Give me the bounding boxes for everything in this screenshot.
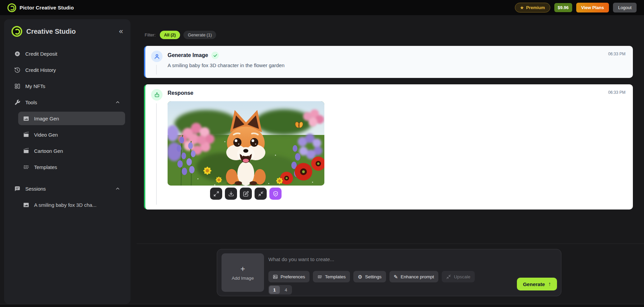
sidebar-item-label: Image Gen <box>34 116 59 121</box>
sidebar-title: Creative Studio <box>26 28 76 35</box>
filter-label: Filter: <box>145 32 156 37</box>
sidebar-item-credit-history[interactable]: Credit History <box>9 63 125 77</box>
settings-button[interactable]: ⚙ Settings <box>353 271 386 282</box>
count-option-4[interactable]: 4 <box>281 286 291 294</box>
mint-nft-button[interactable] <box>269 188 282 200</box>
preferences-button[interactable]: Preferences <box>268 271 310 282</box>
view-plans-button[interactable]: View Plans <box>576 3 609 12</box>
logout-button[interactable]: Logout <box>613 3 637 12</box>
image-action-bar <box>210 188 282 200</box>
chat-icon <box>14 186 21 192</box>
sidebar-item-label: Credit History <box>25 67 56 73</box>
request-card: Generate Image A smiling baby fox 3D cha… <box>144 46 633 78</box>
request-card-header: Generate Image <box>168 52 219 59</box>
sidebar-nav: Credit Deposit Credit History My NFTs To… <box>9 47 125 212</box>
gear-icon: ⚙ <box>358 274 362 279</box>
templates-button[interactable]: Templates <box>313 271 350 282</box>
download-icon <box>228 191 234 197</box>
filter-row: Filter: All (2) Generate (1) <box>145 31 216 39</box>
image-count-selector: 1 4 <box>268 285 292 295</box>
premium-label: Premium <box>526 5 545 10</box>
sidebar-item-cartoon-gen[interactable]: Cartoon Gen <box>18 144 125 158</box>
plus-icon: + <box>240 265 245 273</box>
user-avatar <box>151 51 163 62</box>
coin-icon <box>14 51 21 57</box>
sidebar: Creative Studio « Credit Deposit Credit … <box>4 19 130 304</box>
composer-toolbar: Preferences Templates ⚙ Settings ✎ Enhan… <box>268 271 475 282</box>
upscale-label: Upscale <box>454 274 470 279</box>
enhance-prompt-button[interactable]: ✎ Enhance prompt <box>389 271 439 282</box>
sidebar-header: Creative Studio « <box>9 25 125 37</box>
sidebar-item-image-gen[interactable]: Image Gen <box>18 112 125 125</box>
sidebar-item-label: Tools <box>25 100 37 105</box>
sidebar-item-label: A smiling baby fox 3D cha... <box>34 202 96 208</box>
credit-balance: $9.96 <box>554 3 572 12</box>
image-icon <box>23 202 29 208</box>
sidebar-item-label: My NFTs <box>25 83 45 89</box>
top-bar-actions: ★ Premium $9.96 View Plans Logout <box>515 3 637 12</box>
filter-chip-generate[interactable]: Generate (1) <box>183 31 216 39</box>
request-timestamp: 06:33 PM <box>608 52 625 56</box>
download-button[interactable] <box>225 188 237 200</box>
response-title: Response <box>168 90 193 96</box>
sidebar-item-label: Templates <box>34 164 57 170</box>
sidebar-item-tools[interactable]: Tools <box>9 95 125 109</box>
sidebar-item-my-nfts[interactable]: My NFTs <box>9 79 125 93</box>
app-window: Pictor Creative Studio ★ Premium $9.96 V… <box>0 0 644 307</box>
sidebar-item-label: Cartoon Gen <box>34 148 63 154</box>
footer-strip <box>0 304 644 307</box>
generated-image[interactable] <box>168 101 324 186</box>
settings-label: Settings <box>365 274 382 279</box>
response-card-header: Response <box>168 90 193 96</box>
premium-badge[interactable]: ★ Premium <box>515 3 550 12</box>
prompt-input[interactable] <box>268 254 471 264</box>
response-card: Response 06:33 PM <box>144 84 633 210</box>
preferences-label: Preferences <box>281 274 305 279</box>
edit-button[interactable] <box>240 188 252 200</box>
shrink-button[interactable] <box>255 188 267 200</box>
maximize-icon <box>213 191 219 197</box>
timeline-connector <box>156 65 157 75</box>
add-image-dropzone[interactable]: + Add Image <box>222 253 264 292</box>
film-icon <box>23 132 29 138</box>
templates-icon <box>317 274 322 279</box>
image-icon <box>273 274 278 279</box>
image-icon <box>23 115 29 122</box>
sidebar-item-templates[interactable]: Templates <box>18 160 125 174</box>
sidebar-item-sessions[interactable]: Sessions <box>9 182 125 195</box>
shield-check-icon <box>273 191 279 197</box>
star-icon: ★ <box>520 5 524 10</box>
composer-divider <box>137 244 644 244</box>
count-option-1[interactable]: 1 <box>269 286 280 294</box>
chevron-up-icon <box>115 100 120 105</box>
upscale-icon <box>446 274 451 279</box>
app-title: Pictor Creative Studio <box>20 5 74 10</box>
generate-button[interactable]: Generate ↑ <box>517 278 557 290</box>
sidebar-logo-icon <box>11 26 22 37</box>
success-check-icon <box>211 52 219 59</box>
film-icon <box>23 148 29 154</box>
app-logo-icon <box>7 3 16 12</box>
templates-icon <box>23 164 29 170</box>
add-image-label: Add Image <box>232 276 254 281</box>
request-title: Generate Image <box>168 52 208 58</box>
request-prompt: A smiling baby fox 3D character in the f… <box>168 62 285 68</box>
generate-label: Generate <box>523 281 545 287</box>
upscale-button[interactable]: Upscale <box>442 271 475 282</box>
chevron-up-icon <box>115 186 120 191</box>
sidebar-item-credit-deposit[interactable]: Credit Deposit <box>9 47 125 60</box>
wrench-icon <box>14 99 21 106</box>
sidebar-item-video-gen[interactable]: Video Gen <box>18 128 125 141</box>
pen-icon: ✎ <box>394 274 398 279</box>
top-bar: Pictor Creative Studio ★ Premium $9.96 V… <box>0 0 644 15</box>
sidebar-item-label: Sessions <box>25 186 46 192</box>
response-timestamp: 06:33 PM <box>608 90 625 95</box>
timeline-connector <box>156 103 157 205</box>
sidebar-collapse-icon[interactable]: « <box>119 28 123 35</box>
sidebar-item-label: Credit Deposit <box>25 51 57 57</box>
composer-panel: + Add Image Preferences Templates ⚙ Sett… <box>217 249 561 296</box>
filter-chip-all[interactable]: All (2) <box>160 31 180 39</box>
sidebar-session-item[interactable]: A smiling baby fox 3D cha... <box>18 198 125 212</box>
sidebar-item-label: Video Gen <box>34 132 58 138</box>
fullscreen-button[interactable] <box>210 188 222 200</box>
